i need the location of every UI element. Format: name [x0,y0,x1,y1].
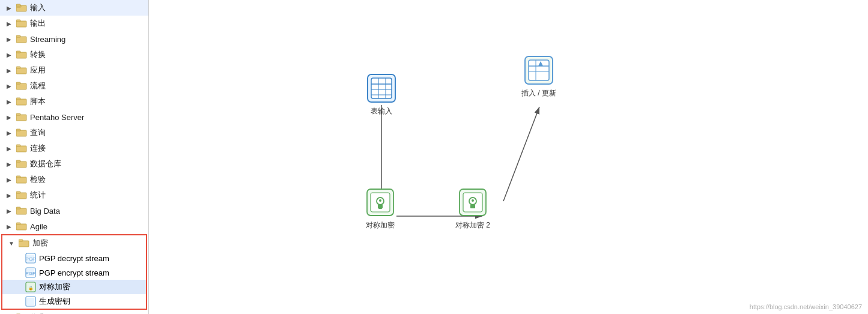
arrow-icon: ▶ [5,67,13,74]
sidebar-item-query[interactable]: ▶ 查询 [0,125,148,140]
sidebar-item-encrypt[interactable]: ▼ 加密 [2,235,146,251]
canvas-area: 表输入 插入 / 更新 [149,0,868,314]
svg-rect-71 [470,205,475,208]
node-encrypt-2[interactable]: 对称加密 2 [455,186,490,231]
arrow-icon: ▶ [5,52,13,58]
sidebar-label: 检验 [30,174,46,185]
svg-rect-10 [16,67,20,68]
folder-icon [16,160,27,168]
sidebar-label: Agile [30,222,47,231]
sidebar-item-warehouse[interactable]: ▶ 数据仓库 [0,156,148,172]
sidebar-item-bigdata[interactable]: ▶ Big Data [0,203,148,219]
sidebar-label: 输出 [30,18,46,29]
folder-icon [16,144,27,152]
svg-rect-7 [16,52,26,58]
folder-icon [16,175,27,184]
folder-icon [16,35,27,43]
sidebar-label: Pentaho Server [30,113,84,122]
sidebar-label: 加密 [32,238,48,249]
svg-rect-6 [16,35,20,37]
svg-rect-11 [16,83,26,89]
sidebar-item-pentaho[interactable]: ▶ Pentaho Server [0,109,148,125]
svg-point-66 [379,199,381,202]
node-label: 对称加密 [366,220,395,231]
sidebar-item-connect[interactable]: ▶ 连接 [0,140,148,156]
folder-icon [16,222,27,231]
node-encrypt-1[interactable]: 对称加密 [364,186,396,231]
svg-rect-31 [19,241,29,247]
arrow-icon: ▶ [5,83,13,89]
svg-rect-29 [16,224,26,230]
sidebar-item-transform[interactable]: ▶ 转换 [0,47,148,62]
sub-item-symmetric-encrypt[interactable]: 🔒 对称加密 [2,280,146,294]
folder-icon [16,113,27,121]
folder-icon [16,4,27,12]
sidebar-item-job[interactable]: ▶ 作业 [0,310,148,314]
sidebar-item-stats[interactable]: ▶ 统计 [0,187,148,203]
arrow-icon: ▼ [7,240,16,247]
folder-icon [16,82,27,90]
sidebar-label: 统计 [30,190,46,201]
sidebar-label: 数据仓库 [30,159,61,169]
svg-rect-42 [27,298,34,305]
sidebar-item-output[interactable]: ▶ 输出 [0,16,148,31]
sidebar-item-streaming[interactable]: ▶ Streaming [0,31,148,47]
arrow-icon: ▶ [5,20,13,27]
svg-rect-50 [371,78,392,98]
svg-rect-67 [378,205,383,208]
arrow-icon: ▶ [5,161,13,168]
svg-rect-9 [16,68,26,74]
svg-rect-57 [529,60,549,80]
folder-icon [16,191,27,199]
arrow-icon: ▶ [5,98,13,105]
arrow-icon: ▶ [5,145,13,152]
insert-update-icon [523,54,555,86]
svg-rect-4 [16,20,20,22]
sub-item-pgp-decrypt[interactable]: PGP PGP decrypt stream [2,251,146,265]
arrow-icon: ▶ [5,208,13,214]
sidebar-label: 查询 [30,127,46,138]
sidebar-item-input[interactable]: ▶ 输入 [0,0,148,16]
sub-item-pgp-encrypt[interactable]: PGP PGP encrypt stream [2,265,146,280]
node-insert-update[interactable]: 插入 / 更新 [521,54,556,98]
svg-rect-25 [16,193,26,199]
svg-point-72 [472,199,474,202]
svg-rect-30 [16,223,20,225]
sub-item-label: 生成密钥 [39,296,70,307]
arrow-icon: ▶ [5,114,13,121]
svg-rect-2 [16,4,20,6]
sidebar-item-verify[interactable]: ▶ 检验 [0,172,148,187]
svg-rect-69 [463,193,482,212]
svg-rect-63 [371,193,390,212]
step-icon: PGP [25,267,36,278]
node-table-input[interactable]: 表输入 [365,72,398,116]
folder-icon [16,128,27,137]
sub-item-gen-key[interactable]: 生成密钥 [2,294,146,309]
svg-rect-24 [16,176,20,178]
svg-text:🔒: 🔒 [28,285,34,291]
sidebar-item-script[interactable]: ▶ 脚本 [0,94,148,109]
step-icon [25,296,36,307]
step-icon: PGP [25,253,36,264]
node-label: 插入 / 更新 [521,88,556,98]
svg-rect-13 [16,99,26,105]
sidebar-item-agile[interactable]: ▶ Agile [0,219,148,234]
svg-rect-22 [16,160,20,162]
svg-rect-18 [16,129,20,131]
watermark: https://blog.csdn.net/weixin_39040627 [750,303,862,310]
sidebar-label: 流程 [30,80,46,91]
node-label: 对称加密 2 [455,220,490,231]
svg-line-48 [503,107,539,201]
encrypt-icon-2 [457,186,489,219]
node-label: 表输入 [371,106,392,116]
svg-rect-15 [16,115,26,121]
arrow-icon: ▶ [5,36,13,43]
arrow-icon: ▶ [5,5,13,11]
sidebar-item-flow[interactable]: ▶ 流程 [0,78,148,94]
svg-rect-26 [16,192,20,193]
folder-icon [16,207,27,215]
svg-rect-20 [16,145,20,146]
sidebar-item-app[interactable]: ▶ 应用 [0,62,148,78]
svg-rect-27 [16,208,26,214]
sub-item-label: 对称加密 [39,282,70,292]
